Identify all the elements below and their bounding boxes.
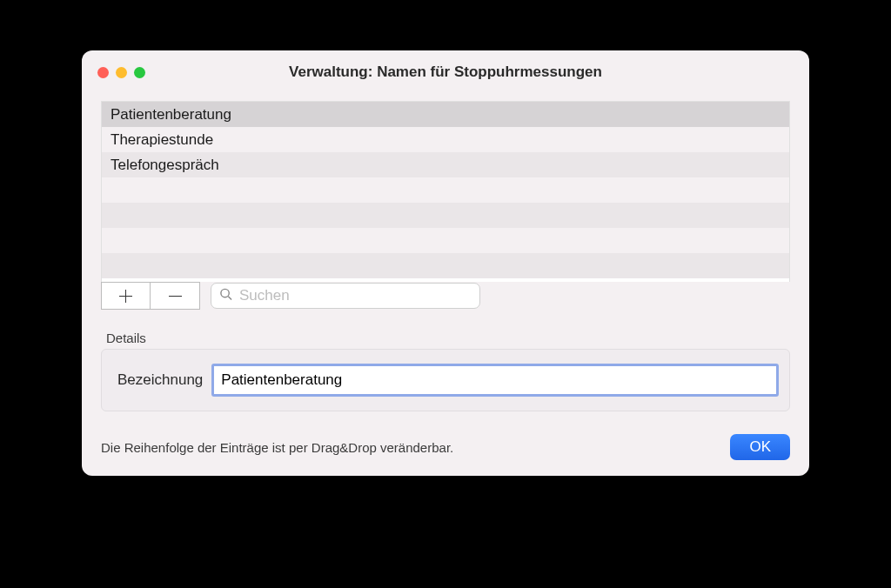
details-section-label: Details <box>101 331 790 345</box>
svg-line-1 <box>228 297 231 300</box>
list-item[interactable]: Therapiestunde <box>102 127 789 152</box>
list-item-empty <box>102 228 789 253</box>
list-item-empty <box>102 177 789 203</box>
add-button[interactable] <box>102 283 151 309</box>
list-item-empty <box>102 203 789 228</box>
search-icon <box>219 288 232 304</box>
close-icon[interactable] <box>97 67 109 78</box>
remove-button[interactable] <box>151 283 199 309</box>
window-title: Verwaltung: Namen für Stoppuhrmessungen <box>97 63 794 81</box>
field-label-bezeichnung: Bezeichnung <box>117 371 203 389</box>
list-item-empty <box>102 253 789 278</box>
search-input[interactable] <box>211 283 480 309</box>
bezeichnung-field[interactable] <box>213 365 777 395</box>
svg-point-0 <box>221 289 229 297</box>
plus-icon <box>119 290 132 303</box>
entries-list[interactable]: PatientenberatungTherapiestundeTelefonge… <box>101 101 790 282</box>
minus-icon <box>169 290 182 303</box>
maximize-icon[interactable] <box>134 67 145 78</box>
minimize-icon[interactable] <box>116 67 127 78</box>
footer-hint: Die Reihenfolge der Einträge ist per Dra… <box>101 440 453 455</box>
details-panel: Bezeichnung <box>101 349 790 411</box>
list-item[interactable]: Patientenberatung <box>102 102 789 127</box>
titlebar: Verwaltung: Namen für Stoppuhrmessungen <box>82 50 809 94</box>
ok-button[interactable]: OK <box>730 434 790 460</box>
window-controls <box>97 67 145 78</box>
list-button-group <box>101 282 200 310</box>
dialog-window: Verwaltung: Namen für Stoppuhrmessungen … <box>82 50 809 476</box>
list-item[interactable]: Telefongespräch <box>102 152 789 177</box>
search-wrapper <box>211 283 480 309</box>
